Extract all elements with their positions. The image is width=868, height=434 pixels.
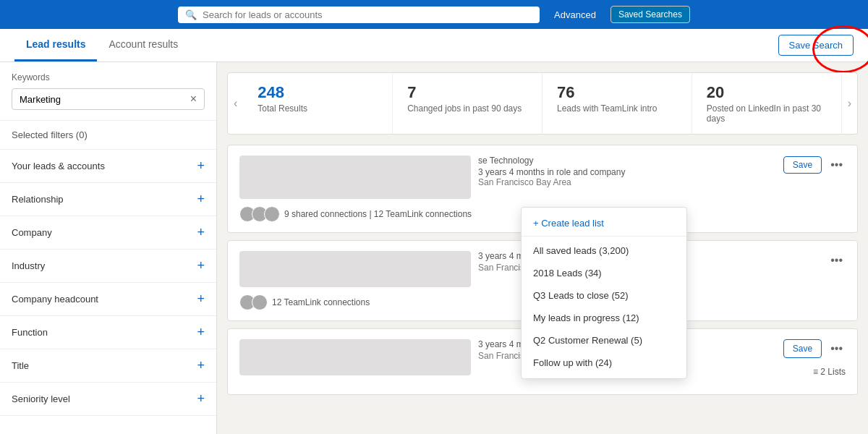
lead-card-2-blurred-profile: [239, 251, 471, 287]
filter-relationship[interactable]: Relationship +: [0, 183, 216, 216]
filter-expand-relationship[interactable]: +: [197, 192, 205, 207]
save-search-button[interactable]: Save Search: [778, 35, 854, 56]
lead-card-1-blurred-profile: [239, 156, 471, 199]
lead-card-1-avatar-group: [239, 206, 280, 222]
stat-changed-jobs-label: Changed jobs in past 90 days: [407, 103, 527, 114]
lead-card-1-header: se Technology 3 years 4 months in role a…: [239, 156, 846, 199]
filter-expand-industry[interactable]: +: [197, 258, 205, 273]
content-area: ‹ 248 Total Results 7 Changed jobs in pa…: [217, 62, 868, 434]
main-layout: Keywords × Selected filters (0) Your lea…: [0, 62, 868, 434]
lead-card-3-lists-tag: ≡ 2 Lists: [813, 367, 846, 377]
filter-company-headcount[interactable]: Company headcount +: [0, 283, 216, 316]
lead-card-1-save-button[interactable]: Save: [783, 156, 822, 174]
search-input[interactable]: [203, 9, 532, 20]
search-icon: 🔍: [185, 9, 197, 20]
lead-card-1-duration: 3 years 4 months in role and company: [478, 167, 783, 177]
clear-keyword-button[interactable]: ×: [190, 93, 197, 106]
filter-expand-function[interactable]: +: [197, 325, 205, 340]
lead-card-1-company: se Technology: [478, 156, 783, 166]
lead-card-3-more-button[interactable]: •••: [827, 339, 846, 358]
dropdown-item-q3-leads[interactable]: Q3 Leads to close (52): [522, 284, 686, 307]
selected-filters-section[interactable]: Selected filters (0): [0, 121, 216, 150]
filter-expand-seniority[interactable]: +: [197, 391, 205, 407]
dropdown-item-2018-leads[interactable]: 2018 Leads (34): [522, 262, 686, 284]
stat-teamlink-number: 76: [557, 83, 677, 102]
keywords-label: Keywords: [12, 72, 205, 82]
stat-changed-jobs-number: 7: [407, 83, 527, 102]
lead-card-1-actions: Save •••: [783, 156, 846, 174]
lead-card-3-blurred-profile: [239, 339, 471, 375]
lead-card-1-more-button[interactable]: •••: [827, 156, 846, 174]
filter-label-company-headcount: Company headcount: [12, 294, 98, 305]
stat-changed-jobs: 7 Changed jobs in past 90 days: [393, 73, 542, 134]
stat-teamlink-label: Leads with TeamLink intro: [557, 103, 677, 114]
stats-nav-left[interactable]: ‹: [228, 73, 243, 134]
lead-card-3-save-button[interactable]: Save: [783, 339, 822, 358]
dropdown-item-all-saved-leads[interactable]: All saved leads (3,200): [522, 239, 686, 262]
stat-linkedin-number: 20: [707, 83, 827, 102]
filter-label-title: Title: [12, 360, 29, 371]
tabs: Lead results Account results: [14, 29, 190, 61]
top-bar: 🔍 Advanced Saved Searches: [0, 0, 868, 29]
lead-card-1-info: se Technology 3 years 4 months in role a…: [478, 156, 783, 187]
lead-card-3-actions: Save ••• ≡ 2 Lists: [783, 339, 846, 377]
dropdown-item-q2-customer-renewal[interactable]: Q2 Customer Renewal (5): [522, 329, 686, 352]
filter-label-function: Function: [12, 327, 48, 338]
lead-card-2-actions: •••: [827, 251, 846, 270]
filter-function[interactable]: Function +: [0, 316, 216, 349]
stat-total-label: Total Results: [258, 103, 378, 114]
filter-title[interactable]: Title +: [0, 349, 216, 383]
tab-bar: Lead results Account results Save Search: [0, 29, 868, 62]
filter-company[interactable]: Company +: [0, 216, 216, 250]
filter-expand-title[interactable]: +: [197, 358, 205, 373]
filter-label-your-leads: Your leads & accounts: [12, 161, 105, 171]
save-lead-list-dropdown: + Create lead list All saved leads (3,20…: [521, 207, 687, 379]
keywords-section: Keywords ×: [0, 62, 216, 121]
stats-bar: ‹ 248 Total Results 7 Changed jobs in pa…: [227, 72, 858, 135]
selected-filters-label: Selected filters (0): [12, 129, 88, 140]
keyword-input[interactable]: [20, 94, 190, 105]
dropdown-item-my-leads-in-progress[interactable]: My leads in progress (12): [522, 307, 686, 329]
tab-account-results[interactable]: Account results: [97, 29, 190, 61]
sidebar: Keywords × Selected filters (0) Your lea…: [0, 62, 217, 434]
stat-linkedin-posts: 20 Posted on LinkedIn in past 30 days: [692, 73, 842, 134]
advanced-link[interactable]: Advanced: [554, 9, 596, 20]
filter-label-company: Company: [12, 227, 52, 238]
lead-card-1-location: San Francisco Bay Area: [478, 177, 783, 187]
filter-expand-company[interactable]: +: [197, 225, 205, 240]
stat-total-number: 248: [258, 83, 378, 102]
lead-card-2-more-button[interactable]: •••: [827, 251, 846, 270]
stat-total: 248 Total Results: [243, 73, 393, 134]
stats-nav-right[interactable]: ›: [842, 73, 857, 134]
avatar-small: [264, 206, 280, 222]
filter-label-industry: Industry: [12, 260, 45, 271]
create-lead-list-item[interactable]: + Create lead list: [522, 212, 686, 237]
filter-industry[interactable]: Industry +: [0, 250, 216, 283]
filter-label-seniority: Seniority level: [12, 393, 70, 404]
lead-card-1-connections-text: 9 shared connections | 12 TeamLink conne…: [284, 209, 472, 219]
filter-your-leads[interactable]: Your leads & accounts +: [0, 150, 216, 183]
lead-card-2-connections-text: 12 TeamLink connections: [272, 297, 370, 307]
lead-card-2-avatar-group: [239, 294, 268, 310]
stat-linkedin-label: Posted on LinkedIn in past 30 days: [707, 103, 827, 124]
keyword-input-wrapper[interactable]: ×: [12, 88, 205, 110]
filter-expand-your-leads[interactable]: +: [197, 158, 205, 174]
avatar-small: [252, 294, 268, 310]
filter-expand-company-headcount[interactable]: +: [197, 292, 205, 307]
tab-lead-results[interactable]: Lead results: [14, 29, 97, 61]
stat-teamlink: 76 Leads with TeamLink intro: [542, 73, 692, 134]
dropdown-item-follow-up-with[interactable]: Follow up with (24): [522, 352, 686, 374]
saved-searches-button[interactable]: Saved Searches: [610, 6, 690, 23]
filter-seniority[interactable]: Seniority level +: [0, 383, 216, 416]
filter-label-relationship: Relationship: [12, 194, 64, 205]
search-box[interactable]: 🔍: [178, 7, 540, 23]
